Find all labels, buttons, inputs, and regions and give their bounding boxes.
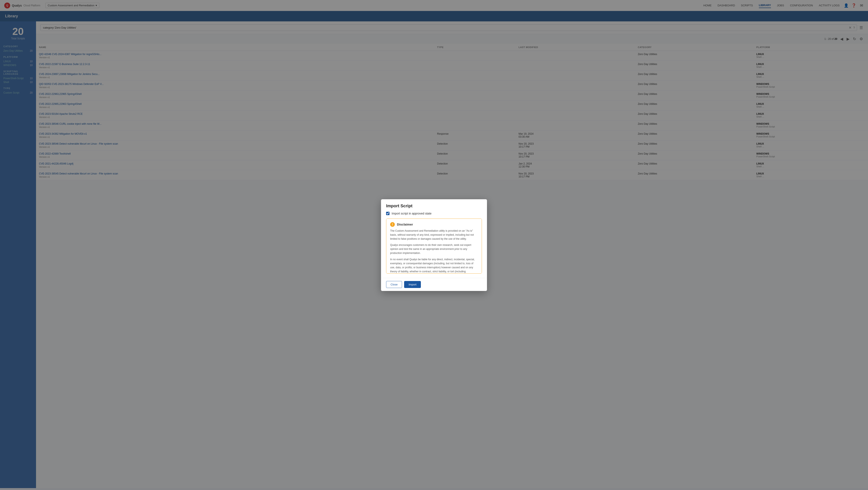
modal-header: Import Script [381,199,487,212]
disclaimer-para-1: The Custom Assessment and Remediation ut… [390,229,478,241]
disclaimer-header: ! Disclaimer [390,222,478,227]
modal-footer: Close Import [381,278,487,291]
disclaimer-box: ! Disclaimer The Custom Assessment and R… [386,219,482,273]
close-button[interactable]: Close [386,281,402,288]
modal-body: Import script in approved state ! Discla… [381,212,487,278]
import-approved-row: Import script in approved state [386,212,482,215]
import-approved-label[interactable]: Import script in approved state [392,212,431,215]
disclaimer-title: Disclaimer [397,223,413,226]
modal-title: Import Script [386,203,482,208]
import-button[interactable]: Import [404,281,421,288]
import-script-modal: Import Script Import script in approved … [381,199,487,291]
disclaimer-para-3: In no event shall Qualys be liable for a… [390,258,478,273]
disclaimer-para-2: Qualys encourages customers to do their … [390,243,478,255]
modal-overlay: Import Script Import script in approved … [0,0,868,488]
import-approved-checkbox[interactable] [386,212,390,215]
warning-icon: ! [390,222,395,227]
